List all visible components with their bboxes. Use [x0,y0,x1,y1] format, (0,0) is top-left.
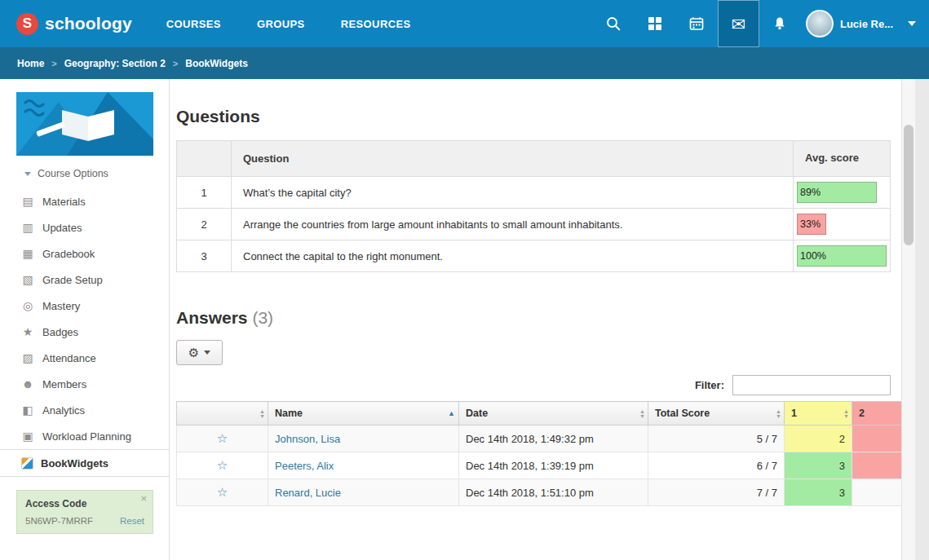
sidebar-item-analytics[interactable]: ◧ Analytics [0,397,169,423]
breadcrumb-separator: > [51,59,56,68]
sidebar-item-members[interactable]: ☻ Members [0,371,169,397]
answer-total-score: 7 / 7 [648,479,785,506]
answers-col-q2[interactable]: 2 ▲▼ [852,402,902,426]
nav-resources[interactable]: RESOURCES [341,18,411,30]
notifications-button[interactable] [759,0,801,47]
questions-title: Questions [176,107,891,126]
sidebar-item-label: Gradebook [42,248,95,260]
sidebar-item-label: Grade Setup [42,274,103,286]
dropdown-caret-icon [204,351,210,355]
sidebar-item-materials[interactable]: ▤ Materials [0,188,169,214]
main-scrollbar-track[interactable] [901,79,915,560]
answers-col-name[interactable]: Name ▲ [268,402,459,426]
answer-q1-score: 3 [785,479,852,506]
filter-input[interactable] [732,375,891,395]
question-row: 2 Arrange the countries from large amoun… [177,209,891,240]
content-area: Course Options ▤ Materials ▥ Updates ▦ G… [0,79,929,560]
course-options-toggle[interactable]: Course Options [24,168,169,179]
calendar-button[interactable] [676,0,718,47]
answer-row: ☆ Johnson, Lisa Dec 14th 2018, 1:49:32 p… [177,426,902,452]
question-number: 1 [177,177,232,209]
sidebar-item-workload-planning[interactable]: ▣ Workload Planning [0,423,169,449]
sidebar-item-label: Attendance [42,352,96,364]
members-icon: ☻ [20,378,35,390]
student-name-link[interactable]: Renard, Lucie [275,487,341,499]
materials-icon: ▤ [20,196,35,207]
answers-title: Answers (3) [176,308,891,328]
answer-name-cell: Johnson, Lisa [268,426,459,452]
sidebar-item-label: Analytics [42,404,85,417]
breadcrumb-bookwidgets[interactable]: BookWidgets [185,58,248,69]
answer-date: Dec 14th 2018, 1:39:19 pm [459,452,648,479]
sidebar-item-updates[interactable]: ▥ Updates [0,214,169,240]
answer-date: Dec 14th 2018, 1:49:32 pm [459,426,648,452]
nav-courses[interactable]: COURSES [166,18,221,30]
search-button[interactable] [593,0,635,47]
sidebar-item-mastery[interactable]: ◎ Mastery [0,293,169,319]
sidebar-item-label: Mastery [42,300,80,312]
student-name-link[interactable]: Johnson, Lisa [275,433,340,445]
apps-grid-icon [647,15,663,32]
answers-col-star[interactable]: ▲▼ [177,402,268,426]
sidebar-item-grade-setup[interactable]: ▧ Grade Setup [0,267,169,293]
sidebar-item-bookwidgets[interactable]: BookWidgets [0,449,169,477]
question-number: 3 [177,240,232,272]
question-number: 2 [177,209,232,240]
bell-icon [772,15,788,32]
questions-col-number [177,141,232,177]
workload-planning-icon: ▣ [20,430,35,442]
sidebar-item-attendance[interactable]: ▨ Attendance [0,345,169,371]
avg-score-bar: 100% [797,245,887,267]
nav-groups[interactable]: GROUPS [257,18,305,30]
question-text: What’s the capital city? [232,177,794,209]
attendance-icon: ▨ [20,352,35,364]
schoology-logo-icon: S [16,13,38,35]
access-code-title: Access Code [25,498,144,509]
sort-icons: ▲▼ [843,409,849,418]
sort-icons: ▲▼ [259,409,265,418]
answer-total-score: 6 / 7 [648,452,785,479]
answer-date: Dec 14th 2018, 1:51:10 pm [459,479,648,506]
breadcrumb-course[interactable]: Geography: Section 2 [64,58,166,69]
apps-button[interactable] [635,0,676,47]
sidebar-item-label: Members [42,378,86,390]
question-row: 3 Connect the capital to the right monum… [177,240,891,272]
answer-name-cell: Peeters, Alix [268,452,459,479]
star-button[interactable]: ☆ [177,479,268,506]
star-button[interactable]: ☆ [177,452,268,479]
sidebar-item-badges[interactable]: ★ Badges [0,319,169,345]
answers-options-button[interactable]: ⚙ [176,340,223,365]
main-scrollbar-thumb[interactable] [904,125,914,245]
breadcrumb-separator: > [173,59,178,68]
student-name-link[interactable]: Peeters, Alix [275,460,334,472]
question-text: Connect the capital to the right monumen… [232,240,794,272]
answers-col-q1[interactable]: 1 ▲▼ [785,402,852,426]
access-code-reset-link[interactable]: Reset [120,516,144,526]
answers-col-total-score[interactable]: Total Score ▲▼ [648,402,785,426]
messages-button[interactable]: ✉ [718,0,759,47]
course-options-label: Course Options [38,168,108,179]
close-icon[interactable]: × [140,492,147,505]
answer-q1-score: 3 [785,452,852,479]
avg-score-bar: 33% [797,214,826,235]
breadcrumb-home[interactable]: Home [17,58,44,69]
user-avatar [806,10,834,37]
sort-icons: ▲▼ [639,409,645,418]
header-actions: ✉ Lucie Re... [593,0,929,47]
sidebar-item-gradebook[interactable]: ▦ Gradebook [0,240,169,267]
badges-icon: ★ [20,326,35,337]
question-text: Arrange the countries from large amount … [232,209,794,240]
window-scrollbar-gutter [915,79,929,560]
gear-icon: ⚙ [188,346,199,359]
course-sidebar: Course Options ▤ Materials ▥ Updates ▦ G… [0,79,170,560]
star-button[interactable]: ☆ [177,426,268,452]
schoology-logo[interactable]: S schoology [16,13,132,35]
answers-table: ▲▼ Name ▲ Date ▲▼ Total Score ▲▼ [176,401,901,506]
question-avg-cell: 33% [794,209,891,240]
sort-icons: ▲▼ [776,409,781,418]
sidebar-item-label: Badges [42,326,78,338]
questions-table: Question Avg. score 1 What’s the capital… [176,140,891,272]
answers-col-date[interactable]: Date ▲▼ [459,402,648,426]
user-menu[interactable]: Lucie Re... [806,10,916,37]
access-code-box: × Access Code 5N6WP-7MRRF Reset [16,490,153,534]
